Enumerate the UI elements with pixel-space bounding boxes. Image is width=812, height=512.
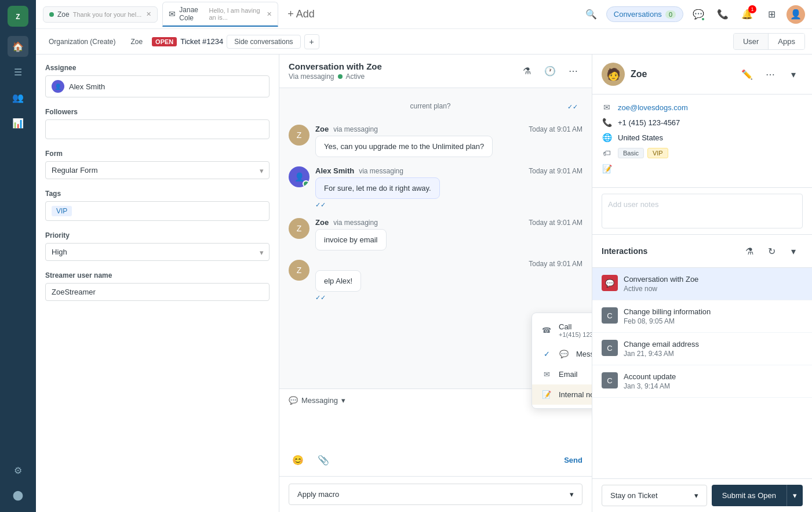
dropdown-messaging[interactable]: ✓ 💬 Messaging: [532, 344, 592, 364]
phone-button[interactable]: 📞: [713, 5, 732, 24]
tab-janae-close[interactable]: ✕: [267, 10, 272, 18]
apps-tab[interactable]: Apps: [769, 34, 804, 49]
emoji-button[interactable]: 😊: [289, 451, 307, 469]
nav-settings-icon[interactable]: ⚙: [8, 460, 28, 481]
email-row: ✉ zoe@lovesdogs.com: [602, 103, 803, 112]
logo-icon[interactable]: Z: [8, 6, 28, 27]
nav-home-icon[interactable]: 🏠: [8, 36, 28, 57]
user-profile-name: Zoe: [631, 69, 647, 79]
streamer-value: ZoeStreamer: [52, 288, 96, 296]
nav-list-icon[interactable]: ☰: [8, 61, 28, 82]
stay-on-ticket-button[interactable]: Stay on Ticket ▾: [602, 485, 707, 506]
collapse-interactions-button[interactable]: ▾: [784, 242, 803, 260]
side-conversations-label: Side conversations: [234, 38, 293, 46]
apply-macro-label: Apply macro: [297, 490, 339, 499]
edit-user-button[interactable]: ✏️: [738, 65, 756, 83]
interaction-email-change[interactable]: C Change email address Jan 21, 9:43 AM: [592, 333, 812, 365]
more-user-options-button[interactable]: ⋯: [761, 65, 780, 83]
interaction-email-icon: C: [602, 340, 618, 356]
apply-macro-button[interactable]: Apply macro ▾: [289, 484, 582, 505]
interaction-account[interactable]: C Account update Jan 3, 9:14 AM: [592, 365, 812, 398]
attach-button[interactable]: 📎: [314, 451, 333, 469]
more-options-icon[interactable]: ⋯: [564, 62, 582, 81]
filter-interactions-button[interactable]: ⚗: [740, 242, 759, 260]
msg-channel-3: via messaging: [333, 219, 378, 227]
interaction-email-title: Change email address: [624, 340, 803, 348]
tab-zoe-close[interactable]: ✕: [146, 10, 151, 18]
stay-chevron-icon: ▾: [694, 491, 698, 500]
priority-label: Priority: [45, 231, 270, 239]
msg-content-2: Alex Smith via messaging Today at 9:01 A…: [315, 166, 582, 209]
add-side-conv-button[interactable]: +: [304, 34, 319, 49]
svg-text:Z: Z: [16, 13, 20, 21]
msg-time-4: Today at 9:01 AM: [529, 260, 582, 268]
nav-users-icon[interactable]: 👥: [8, 87, 28, 108]
dropdown-call[interactable]: ☎ Call +1(415) 123-4567: [532, 317, 592, 344]
nav-zendesk-icon[interactable]: [8, 485, 28, 506]
user-notes-input[interactable]: Add user notes: [602, 194, 803, 228]
side-conversations-button[interactable]: Side conversations: [227, 35, 300, 49]
interaction-conv-zoe[interactable]: 💬 Conversation with Zoe Active now: [592, 268, 812, 300]
tab-janae[interactable]: ✉ Janae Cole Hello, I am having an is...…: [162, 2, 278, 27]
form-field: Form Regular Form: [45, 150, 270, 179]
interaction-list: 💬 Conversation with Zoe Active now C Cha…: [592, 268, 812, 478]
compose-mode-chevron: ▾: [341, 396, 345, 405]
nav-chart-icon[interactable]: 📊: [8, 112, 28, 133]
assignee-label: Assignee: [45, 64, 270, 72]
assignee-avatar: 👤: [52, 80, 64, 93]
msg-content-4: Today at 9:01 AM elp Alex! ✓✓: [315, 260, 582, 302]
user-tab[interactable]: User: [734, 34, 769, 49]
breadcrumb-bar: Organization (Create) Zoe OPEN Ticket #1…: [36, 29, 812, 55]
filter-icon[interactable]: ⚗: [518, 62, 536, 81]
form-select[interactable]: Regular Form: [45, 161, 270, 179]
dropdown-note[interactable]: 📝 Internal note: [532, 384, 592, 405]
assignee-input[interactable]: 👤 Alex Smith: [45, 75, 270, 97]
tag-basic: Basic: [618, 148, 644, 158]
user-avatar-top[interactable]: 👤: [786, 5, 805, 24]
assignee-name: Alex Smith: [69, 82, 105, 91]
search-button[interactable]: 🔍: [582, 5, 600, 24]
compose-input[interactable]: [289, 409, 582, 444]
breadcrumb-org[interactable]: Organization (Create): [43, 35, 121, 48]
tab-zoe-title: Zoe: [57, 10, 70, 19]
msg-channel-2: via messaging: [359, 167, 403, 175]
refresh-interactions-button[interactable]: ↻: [762, 242, 781, 260]
breadcrumb-ticket[interactable]: OPEN Ticket #1234: [152, 37, 223, 46]
conv-channel: Via messaging: [289, 72, 334, 81]
notification-badge: 1: [748, 5, 756, 13]
submit-dropdown-button[interactable]: ▾: [786, 485, 803, 506]
msg-avatar-4: Z: [289, 260, 309, 281]
streamer-label: Streamer user name: [45, 271, 270, 279]
tab-janae-subtitle: Hello, I am having an is...: [209, 7, 262, 21]
form-label: Form: [45, 150, 270, 158]
priority-select[interactable]: High: [45, 243, 270, 261]
followers-input[interactable]: [45, 119, 270, 139]
followers-label: Followers: [45, 108, 270, 116]
tab-zoe[interactable]: Zoe Thank you for your hel... ✕: [43, 6, 158, 23]
notification-button[interactable]: 🔔 1: [738, 5, 756, 24]
tags-row: 🏷 Basic VIP: [602, 148, 803, 158]
collapse-user-button[interactable]: ▾: [784, 65, 803, 83]
send-button[interactable]: Send: [564, 456, 582, 464]
msg-bubble-1: Yes, can you upgrade me to the Unlimited…: [315, 136, 493, 157]
msg-content-3: Zoe via messaging Today at 9:01 AM invoi…: [315, 218, 582, 250]
grid-button[interactable]: ⊞: [762, 5, 781, 24]
breadcrumb-user[interactable]: Zoe: [125, 35, 148, 48]
submit-arrow-icon: ▾: [793, 491, 797, 500]
streamer-input[interactable]: ZoeStreamer: [45, 283, 270, 301]
interaction-conv-icon: 💬: [602, 275, 618, 291]
submit-button[interactable]: Submit as Open: [712, 485, 786, 506]
user-tags: Basic VIP: [618, 148, 668, 158]
conversations-label: Conversations: [614, 10, 662, 19]
tags-input[interactable]: VIP: [45, 201, 270, 221]
user-email[interactable]: zoe@lovesdogs.com: [618, 103, 688, 112]
status-button[interactable]: 💬: [689, 5, 708, 24]
user-apps-tabs: User Apps: [733, 33, 805, 50]
add-tab-button[interactable]: + Add: [283, 6, 319, 23]
history-icon[interactable]: 🕐: [541, 62, 559, 81]
msg-sender-1: Zoe: [315, 125, 329, 133]
interaction-billing[interactable]: C Change billing information Feb 08, 9:0…: [592, 300, 812, 333]
conversation-title: Conversation with Zoe: [289, 61, 382, 71]
conversations-button[interactable]: Conversations 0: [606, 6, 683, 22]
dropdown-email[interactable]: ✉ Email: [532, 364, 592, 384]
